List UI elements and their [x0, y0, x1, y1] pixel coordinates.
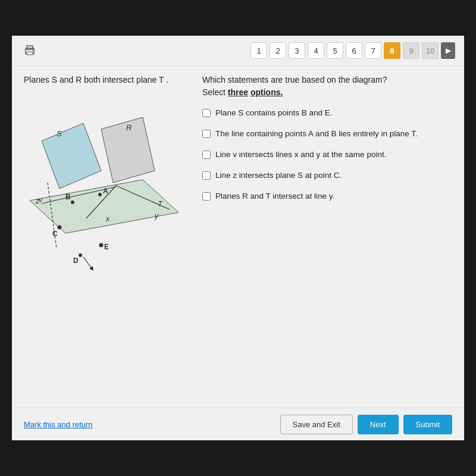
option-1-label[interactable]: Plane S contains points B and E. [215, 108, 333, 119]
nav-btn-3[interactable]: 3 [289, 42, 305, 59]
option-4-row: Line z intersects plane S at point C. [202, 170, 452, 181]
svg-text:x: x [105, 215, 110, 223]
question-text: Which statements are true based on the d… [202, 75, 452, 84]
nav-btn-4[interactable]: 4 [308, 42, 324, 59]
svg-text:T: T [158, 199, 163, 208]
question-nav: 1 2 3 4 5 6 7 8 9 10 ▶ [250, 42, 455, 59]
option-2-checkbox[interactable] [202, 130, 211, 138]
svg-text:C: C [52, 230, 58, 238]
option-4-checkbox[interactable] [202, 171, 211, 180]
svg-text:B: B [65, 193, 71, 201]
right-panel: Which statements are true based on the d… [202, 75, 452, 284]
next-button[interactable]: Next [358, 415, 399, 434]
nav-btn-7[interactable]: 7 [365, 42, 381, 59]
nav-btn-5[interactable]: 5 [327, 42, 343, 59]
save-exit-button[interactable]: Save and Exit [280, 415, 353, 434]
svg-point-18 [71, 201, 74, 204]
svg-text:A: A [103, 187, 108, 195]
svg-text:S: S [57, 129, 62, 138]
top-bar: 1 2 3 4 5 6 7 8 9 10 ▶ [12, 36, 464, 66]
option-2-row: The line containing points A and B lies … [202, 129, 452, 140]
svg-point-24 [99, 243, 104, 248]
content-area: Planes S and R both intersect plane T . … [12, 66, 464, 293]
svg-text:y: y [154, 212, 159, 220]
svg-rect-2 [27, 46, 33, 49]
svg-marker-4 [42, 123, 101, 189]
svg-point-3 [32, 49, 33, 51]
nav-btn-8[interactable]: 8 [384, 42, 400, 59]
option-1-checkbox[interactable] [202, 109, 211, 117]
option-2-label[interactable]: The line containing points A and B lies … [215, 129, 418, 140]
svg-point-26 [79, 253, 82, 257]
select-count: three [228, 87, 248, 97]
print-icon[interactable] [21, 42, 39, 60]
nav-btn-2[interactable]: 2 [270, 42, 286, 59]
option-3-row: Line v intersects lines x and y at the s… [202, 149, 452, 161]
diagram-area: S R T x y [24, 93, 184, 284]
option-1-row: Plane S contains points B and E. [202, 108, 452, 119]
svg-text:D: D [73, 256, 79, 265]
option-5-row: Planes R and T intersect at line y. [202, 191, 452, 202]
nav-btn-10[interactable]: 10 [422, 42, 439, 59]
nav-btn-9[interactable]: 9 [403, 42, 419, 59]
svg-text:R: R [126, 123, 131, 132]
option-4-label[interactable]: Line z intersects plane S at point C. [215, 170, 342, 181]
option-5-label[interactable]: Planes R and T intersect at line y. [215, 191, 334, 202]
svg-line-28 [83, 257, 92, 269]
left-panel: Planes S and R both intersect plane T . … [24, 75, 190, 284]
svg-text:v: v [39, 196, 43, 204]
nav-btn-6[interactable]: 6 [346, 42, 362, 59]
svg-point-22 [58, 226, 62, 230]
svg-point-20 [98, 193, 102, 196]
premise-text: Planes S and R both intersect plane T . [24, 75, 190, 84]
footer-buttons: Save and Exit Next Submit [280, 415, 452, 434]
nav-next-arrow[interactable]: ▶ [441, 42, 455, 59]
select-instruction: Select three options. [202, 87, 452, 97]
submit-button[interactable]: Submit [403, 415, 452, 434]
nav-btn-1[interactable]: 1 [250, 42, 267, 59]
footer: Mark this and return Save and Exit Next … [12, 408, 464, 440]
svg-text:E: E [104, 243, 109, 251]
svg-rect-1 [27, 52, 33, 55]
option-5-checkbox[interactable] [202, 192, 211, 201]
mark-return-link[interactable]: Mark this and return [24, 420, 93, 429]
option-3-checkbox[interactable] [202, 151, 211, 159]
main-container: 1 2 3 4 5 6 7 8 9 10 ▶ Planes S and R bo… [12, 36, 464, 440]
option-3-label[interactable]: Line v intersects lines x and y at the s… [215, 149, 386, 161]
